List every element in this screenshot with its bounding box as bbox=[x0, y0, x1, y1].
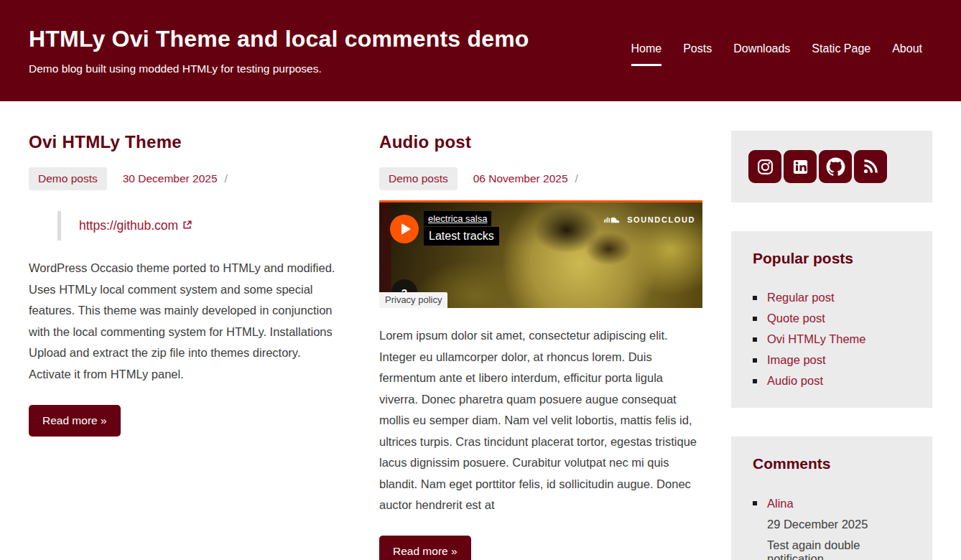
soundcloud-cloud-icon bbox=[604, 214, 623, 225]
popular-post-link[interactable]: Quote post bbox=[767, 312, 825, 325]
post-ovi-htmly-theme: Ovi HTMLy Theme Demo posts 30 December 2… bbox=[29, 132, 345, 437]
linkedin-icon[interactable] bbox=[784, 150, 817, 183]
popular-post-link[interactable]: Image post bbox=[767, 353, 826, 366]
comment-item: Alina bbox=[753, 497, 911, 510]
list-item: Audio post bbox=[753, 375, 911, 387]
soundcloud-brand-text: SOUNDCLOUD bbox=[627, 215, 695, 224]
list-item: Ovi HTMLy Theme bbox=[753, 333, 911, 345]
read-more-button[interactable]: Read more » bbox=[379, 536, 471, 560]
post-meta: Demo posts 30 December 2025 / bbox=[29, 167, 345, 190]
site-subtitle: Demo blog built using modded HTMLy for t… bbox=[29, 62, 322, 75]
play-button[interactable] bbox=[390, 215, 419, 243]
comment-author-link[interactable]: Alina bbox=[767, 497, 794, 510]
sidebar-social-widget bbox=[731, 131, 932, 202]
post-meta: Demo posts 06 November 2025 / bbox=[379, 167, 702, 190]
popular-post-link[interactable]: Ovi HTMLy Theme bbox=[767, 332, 866, 345]
nav-item-downloads[interactable]: Downloads bbox=[733, 42, 790, 66]
github-icon[interactable] bbox=[819, 150, 852, 183]
meta-separator: / bbox=[575, 172, 578, 185]
blockquote: https://github.com bbox=[57, 211, 316, 241]
soundcloud-track-title: Latest tracks bbox=[424, 227, 499, 246]
site-header: HTMLy Ovi Theme and local comments demo … bbox=[0, 0, 961, 101]
comments-title: Comments bbox=[753, 455, 911, 472]
comment-date: 29 December 2025 bbox=[753, 518, 911, 531]
soundcloud-embed[interactable]: electrica salsa Latest tracks SOUNDCLOUD… bbox=[379, 200, 702, 308]
soundcloud-artist-link[interactable]: electrica salsa bbox=[424, 211, 491, 226]
nav-item-static-page[interactable]: Static Page bbox=[812, 42, 871, 66]
list-item: Regular post bbox=[753, 291, 911, 304]
post-audio-post: Audio post Demo posts 06 November 2025 /… bbox=[379, 132, 702, 560]
main-nav: Home Posts Downloads Static Page About bbox=[631, 42, 923, 66]
read-more-button[interactable]: Read more » bbox=[29, 405, 121, 437]
link-text: https://github.com bbox=[79, 218, 178, 233]
category-badge[interactable]: Demo posts bbox=[379, 167, 458, 190]
external-link-icon bbox=[182, 218, 192, 233]
privacy-policy-link[interactable]: Privacy policy bbox=[379, 292, 447, 308]
post-title[interactable]: Ovi HTMLy Theme bbox=[29, 132, 345, 152]
instagram-icon[interactable] bbox=[748, 150, 781, 183]
external-link[interactable]: https://github.com bbox=[79, 218, 192, 233]
comments-widget: Comments Alina 29 December 2025 Test aga… bbox=[731, 437, 932, 560]
play-icon bbox=[401, 223, 411, 235]
popular-post-link[interactable]: Audio post bbox=[767, 374, 823, 387]
rss-icon[interactable] bbox=[854, 150, 887, 183]
post-date: 06 November 2025 bbox=[473, 172, 568, 185]
post-date: 30 December 2025 bbox=[123, 172, 218, 185]
list-item: Quote post bbox=[753, 312, 911, 325]
nav-item-home[interactable]: Home bbox=[631, 42, 662, 66]
popular-posts-list: Regular post Quote post Ovi HTMLy Theme … bbox=[753, 291, 911, 387]
post-excerpt: Lorem ipsum dolor sit amet, consectetur … bbox=[379, 325, 702, 516]
post-title[interactable]: Audio post bbox=[379, 132, 702, 152]
post-excerpt: WordPress Occasio theme ported to HTMLy … bbox=[29, 258, 345, 385]
list-item: Image post bbox=[753, 354, 911, 366]
nav-item-posts[interactable]: Posts bbox=[683, 42, 712, 66]
meta-separator: / bbox=[225, 172, 228, 185]
site-title[interactable]: HTMLy Ovi Theme and local comments demo bbox=[29, 26, 529, 52]
nav-item-about[interactable]: About bbox=[892, 42, 922, 66]
soundcloud-brand: SOUNDCLOUD bbox=[604, 214, 695, 225]
popular-post-link[interactable]: Regular post bbox=[767, 291, 835, 304]
popular-posts-widget: Popular posts Regular post Quote post Ov… bbox=[731, 231, 932, 408]
popular-posts-title: Popular posts bbox=[753, 250, 911, 267]
category-badge[interactable]: Demo posts bbox=[29, 167, 107, 190]
comment-text: Test again double notification. bbox=[753, 538, 911, 560]
